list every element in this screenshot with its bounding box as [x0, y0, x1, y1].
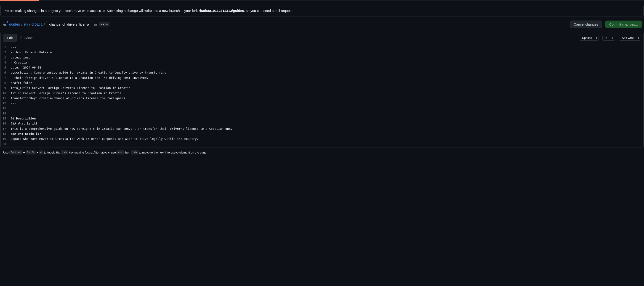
code-line[interactable]: their foreign driver's license to a Croa… — [11, 76, 233, 80]
filename-input[interactable] — [46, 21, 92, 28]
breadcrumb-repo-link[interactable]: guides — [9, 22, 20, 26]
line-gutter: 1234567891011121314151617181920 — [1, 44, 11, 148]
line-number: 8 — [2, 80, 6, 86]
kbd-esc: esc — [116, 150, 124, 154]
unsaved-dot-icon — [7, 21, 8, 23]
code-line[interactable]: ## Description — [11, 116, 233, 121]
code-line[interactable]: description: Comprehensive guide for exp… — [11, 70, 233, 75]
line-number: 6 — [2, 70, 6, 75]
line-number: 1 — [2, 45, 6, 50]
breadcrumb-path-croatia[interactable]: croatia — [32, 22, 42, 26]
line-number: 3 — [2, 55, 6, 60]
tab-edit[interactable]: Edit — [3, 34, 17, 42]
breadcrumb: guides / en / croatia / in main Cancel c… — [0, 20, 644, 32]
code-line[interactable]: --- — [11, 101, 233, 106]
wrap-mode-select[interactable]: Soft wrap — [619, 35, 641, 41]
line-number: 13 — [2, 106, 6, 111]
line-number: 15 — [2, 116, 6, 121]
code-line[interactable]: This is a comprehensive guide on how for… — [11, 126, 233, 131]
in-label: in — [94, 22, 97, 26]
code-line[interactable] — [11, 106, 233, 111]
code-line[interactable]: - Croatia — [11, 60, 233, 65]
line-number: 19 — [2, 136, 6, 142]
code-line[interactable]: ### Who needs it? — [11, 131, 233, 136]
line-number: 12 — [2, 101, 6, 106]
fork-notice-banner: You're making changes in a project you d… — [0, 5, 644, 16]
breadcrumb-sep: / — [29, 22, 30, 26]
keyboard-hint: Use Control + Shift + m to toggle the ta… — [0, 148, 644, 157]
code-editor[interactable]: 1234567891011121314151617181920 ---autho… — [1, 44, 643, 148]
code-line[interactable]: draft: false — [11, 80, 233, 86]
tab-preview[interactable]: Preview — [17, 34, 36, 42]
line-number: 10 — [2, 91, 6, 96]
breadcrumb-path-en[interactable]: en — [24, 22, 28, 26]
kbd-m: m — [39, 150, 44, 154]
cancel-button[interactable]: Cancel changes — [570, 20, 602, 28]
kbd-control: Control — [9, 150, 22, 154]
code-line[interactable]: translationKey: croatia-change_of_driver… — [11, 96, 233, 101]
code-content[interactable]: ---author: Ricardo Batistacategories:- C… — [11, 44, 233, 148]
code-line[interactable]: ### What is it? — [11, 121, 233, 126]
code-line[interactable]: categories: — [11, 55, 233, 60]
commit-button[interactable]: Commit changes... — [606, 20, 642, 28]
breadcrumb-sep: / — [44, 22, 45, 26]
editor-toolbar: Edit Preview Spaces ▴▾ 2 ▴▾ Soft wrap ▴▾ — [1, 32, 643, 44]
code-line[interactable]: author: Ricardo Batista — [11, 50, 233, 55]
code-line[interactable]: title: Convert Foreign Driver's License … — [11, 91, 233, 96]
line-number: 9 — [2, 86, 6, 90]
line-number: 11 — [2, 96, 6, 101]
kbd-shift: Shift — [26, 150, 36, 154]
code-line[interactable]: --- — [11, 45, 233, 50]
text-cursor — [11, 45, 11, 49]
banner-fork-name: rbatista19112312313/guides — [198, 9, 244, 12]
kbd-tab2: tab — [131, 150, 138, 154]
code-line[interactable]: date: '2024-06-08' — [11, 65, 233, 70]
editor-container: Edit Preview Spaces ▴▾ 2 ▴▾ Soft wrap ▴▾… — [0, 32, 644, 148]
banner-prefix: You're making changes in a project you d… — [5, 9, 198, 12]
breadcrumb-sep: / — [21, 22, 22, 26]
line-number: 20 — [2, 142, 6, 147]
indent-size-select[interactable]: 2 — [602, 35, 615, 41]
banner-suffix: , so you can send a pull request. — [244, 9, 294, 12]
indent-mode-select[interactable]: Spaces — [579, 35, 599, 41]
line-number: 14 — [2, 111, 6, 116]
kbd-tab: tab — [61, 150, 68, 154]
repo-icon — [2, 22, 8, 27]
code-line[interactable]: Expats who have moved to Croatia for wor… — [11, 136, 233, 142]
line-number: 4 — [2, 60, 6, 65]
line-number: 7 — [2, 76, 6, 80]
line-number: 2 — [2, 50, 6, 55]
line-number: 18 — [2, 131, 6, 136]
code-line[interactable] — [11, 111, 233, 116]
code-line[interactable] — [11, 142, 233, 147]
code-line[interactable]: meta_title: Convert Foreign Driver's Lic… — [11, 86, 233, 90]
line-number: 5 — [2, 65, 6, 70]
line-number: 16 — [2, 121, 6, 126]
line-number: 17 — [2, 126, 6, 131]
branch-pill[interactable]: main — [99, 22, 110, 26]
